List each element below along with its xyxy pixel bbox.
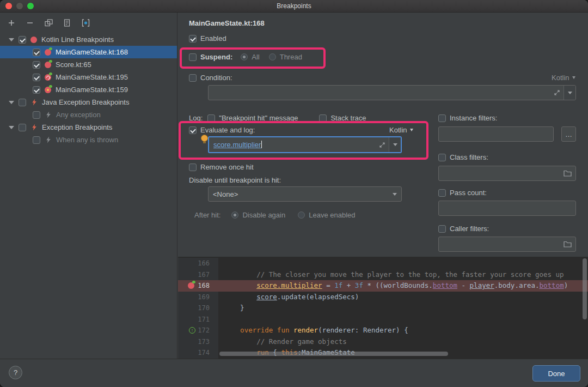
leave-enabled-radio[interactable] <box>298 211 305 219</box>
remove-icon[interactable] <box>25 18 35 28</box>
code-text: override fun render(renderer: Renderer) … <box>218 325 408 336</box>
tree-item-kotlin-line-breakpoints[interactable]: Kotlin Line Breakpoints <box>0 33 177 46</box>
disable-again-radio[interactable] <box>231 211 238 219</box>
remove-once-row: Remove once hit <box>189 163 254 171</box>
line-breakpoint-icon <box>45 49 51 56</box>
breakpoints-sidebar: Kotlin Line BreakpointsMainGameState.kt:… <box>0 13 177 359</box>
tree-checkbox[interactable] <box>19 99 26 106</box>
suspend-checkbox[interactable] <box>189 53 197 61</box>
line-number[interactable]: 168 <box>178 280 218 292</box>
tree-checkbox[interactable] <box>33 74 40 81</box>
condition-history-button[interactable] <box>564 86 575 100</box>
line-number[interactable]: 174 <box>178 347 218 359</box>
group-by-file-icon[interactable] <box>44 18 53 28</box>
horizontal-scrollbar[interactable] <box>219 352 448 356</box>
code-line-172: ↑172 override fun render(renderer: Rende… <box>178 325 588 336</box>
tree-item-java-exception-breakpoints[interactable]: Java Exception Breakpoints <box>0 96 177 108</box>
group-by-class-icon[interactable] <box>81 18 90 28</box>
tree-checkbox[interactable] <box>33 49 40 56</box>
tree-item-any-exception[interactable]: Any exception <box>0 108 177 121</box>
tree-item-label: Java Exception Breakpoints <box>42 98 129 106</box>
caller-filters-checkbox[interactable] <box>438 225 446 233</box>
folder-icon[interactable] <box>564 241 572 247</box>
instance-filters-row: Instance filters: <box>438 114 497 122</box>
tree-item-label: Score.kt:65 <box>56 61 91 69</box>
line-number[interactable]: 167 <box>178 269 218 281</box>
instance-filters-checkbox[interactable] <box>438 114 446 122</box>
class-filters-checkbox[interactable] <box>438 154 446 161</box>
add-icon[interactable] <box>7 18 16 28</box>
condition-checkbox[interactable] <box>189 74 197 82</box>
tree-checkbox[interactable] <box>33 86 40 94</box>
class-filters-input[interactable] <box>438 166 576 181</box>
breakpoint-hit-message-checkbox[interactable] <box>207 114 215 122</box>
remove-once-checkbox[interactable] <box>189 164 197 171</box>
line-number[interactable]: 173 <box>178 336 218 348</box>
tree-item-when-any-is-thrown[interactable]: When any is thrown <box>0 134 177 146</box>
expand-arrow-icon[interactable] <box>9 126 14 129</box>
line-breakpoint-icon <box>45 74 51 81</box>
expand-arrow-icon[interactable] <box>9 38 14 41</box>
evaluate-history-button[interactable] <box>389 137 401 152</box>
tree-item-exception-breakpoints[interactable]: Exception Breakpoints <box>0 121 177 134</box>
pass-count-checkbox[interactable] <box>438 189 446 197</box>
evaluate-language-select[interactable]: Kotlin <box>389 126 413 134</box>
evaluate-label: Evaluate and log: <box>200 126 255 134</box>
instance-filters-label: Instance filters: <box>450 114 497 122</box>
stack-trace-checkbox[interactable] <box>319 114 327 122</box>
tree-checkbox[interactable] <box>33 136 40 144</box>
line-number[interactable]: ↑172 <box>178 325 218 336</box>
enabled-checkbox[interactable] <box>189 35 197 43</box>
line-number[interactable]: 170 <box>178 303 218 314</box>
zoom-button[interactable] <box>27 3 34 9</box>
after-hit-label: After hit: <box>194 211 220 219</box>
caller-filters-input[interactable] <box>438 237 576 252</box>
condition-input[interactable] <box>208 85 576 100</box>
expand-editor-icon[interactable] <box>379 142 385 148</box>
tree-item-maingamestate-kt-168[interactable]: MainGameState.kt:168 <box>0 46 177 58</box>
tree-checkbox[interactable] <box>19 36 26 44</box>
instance-filters-more-button[interactable]: … <box>561 126 576 142</box>
line-number[interactable]: 171 <box>178 314 218 325</box>
minimize-button[interactable] <box>16 3 23 9</box>
close-button[interactable] <box>5 3 12 9</box>
pass-count-label: Pass count: <box>450 189 487 197</box>
chevron-down-icon <box>572 76 575 79</box>
override-method-icon[interactable]: ↑ <box>189 327 195 334</box>
vertical-scrollbar[interactable] <box>583 258 587 319</box>
suspend-all-radio[interactable] <box>241 53 248 61</box>
exception-breakpoint-icon <box>30 124 38 131</box>
move-to-group-icon[interactable] <box>62 18 72 28</box>
line-number[interactable]: 169 <box>178 292 218 303</box>
evaluate-row: Evaluate and log: <box>189 126 255 134</box>
folder-icon[interactable] <box>564 170 572 177</box>
breakpoint-icon[interactable] <box>188 282 194 289</box>
stack-trace-label: Stack trace <box>330 114 366 122</box>
condition-language-select[interactable]: Kotlin <box>552 74 575 82</box>
help-button[interactable]: ? <box>9 366 22 379</box>
suspend-thread-radio[interactable] <box>269 53 276 61</box>
exception-breakpoint-icon <box>30 99 38 106</box>
tree-item-maingamestate-kt-159[interactable]: MainGameState.kt:159 <box>0 83 177 96</box>
intention-bulb-icon[interactable] <box>201 135 208 142</box>
sidebar-toolbar <box>0 13 177 33</box>
expand-arrow-icon[interactable] <box>9 101 14 104</box>
evaluate-checkbox[interactable] <box>189 126 197 134</box>
evaluate-input[interactable]: score.multiplier <box>208 136 402 153</box>
code-line-169: 169 score.update(elapsedSecs) <box>178 292 588 303</box>
breakpoint-detail-panel: MainGameState.kt:168 Enabled Suspend: Al… <box>178 13 588 359</box>
line-breakpoint-icon <box>45 87 51 93</box>
tree-checkbox[interactable] <box>19 124 26 131</box>
line-number[interactable]: 166 <box>178 258 218 269</box>
tree-item-score-kt-65[interactable]: Score.kt:65 <box>0 58 177 71</box>
instance-filters-input[interactable] <box>438 126 554 142</box>
expand-editor-icon[interactable] <box>554 89 560 96</box>
tree-checkbox[interactable] <box>33 61 40 69</box>
done-button[interactable]: Done <box>532 365 580 382</box>
code-lines: 166167 // The closer you move the player… <box>178 257 588 359</box>
breakpoints-dialog: Breakpoints Kotlin Line BreakpointsMainG… <box>0 0 588 387</box>
tree-checkbox[interactable] <box>33 111 40 119</box>
tree-item-maingamestate-kt-195[interactable]: MainGameState.kt:195 <box>0 71 177 83</box>
pass-count-input[interactable] <box>438 201 576 216</box>
disable-until-select[interactable]: <None> <box>208 186 402 202</box>
